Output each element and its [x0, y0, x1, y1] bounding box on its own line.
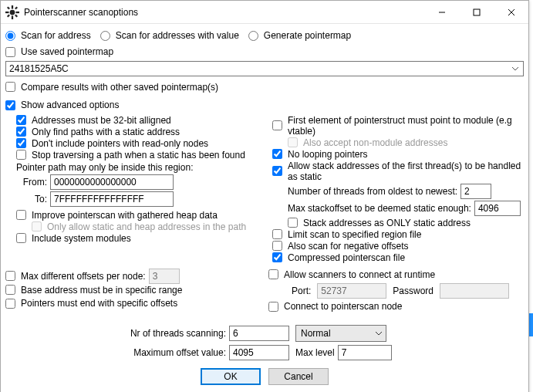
priority-value: Normal	[301, 328, 331, 339]
cb-use-saved-pointermap[interactable]: Use saved pointermap	[5, 46, 113, 57]
svg-rect-10	[474, 9, 480, 15]
radio-label: Generate pointermap	[264, 30, 351, 41]
cb-label: Allow stack addresses of the first threa…	[288, 161, 524, 182]
num-threads-label: Number of threads from oldest to newest:	[288, 186, 457, 197]
cb-label: Also accept non-module addresses	[303, 137, 447, 148]
cb-compressed-file[interactable]: Compressed pointerscan file	[272, 252, 524, 263]
minimize-button[interactable]	[424, 1, 459, 23]
cb-limit-region-file[interactable]: Limit scan to specified region file	[272, 229, 524, 240]
cb-end-specific-offsets[interactable]: Pointers must end with specific offsets	[5, 298, 177, 309]
port-field	[317, 283, 386, 299]
cb-negative-offsets[interactable]: Also scan for negative offsets	[272, 241, 524, 252]
max-diff-offsets-field	[149, 269, 180, 284]
cb-label: Max different offsets per node:	[21, 271, 146, 282]
svg-rect-1	[12, 5, 13, 9]
cb-label: Improve pointerscan with gathered heap d…	[32, 210, 218, 221]
cb-label: Don't include pointers with read-only no…	[32, 138, 208, 149]
app-icon	[5, 5, 19, 19]
cb-label: Show advanced options	[21, 100, 119, 110]
address-combo[interactable]: 24181525A5C	[5, 61, 524, 76]
radio-generate-pointermap[interactable]: Generate pointermap	[248, 30, 351, 41]
cb-label: Include system modules	[32, 233, 131, 244]
cb-improve-heap[interactable]: Improve pointerscan with gathered heap d…	[16, 210, 268, 221]
num-threads-field[interactable]	[460, 184, 491, 199]
svg-point-0	[10, 9, 15, 15]
svg-rect-5	[7, 6, 10, 9]
svg-rect-6	[15, 14, 18, 17]
cb-label: Also scan for negative offsets	[288, 241, 409, 252]
cb-addresses-32bit[interactable]: Addresses must be 32-bit alligned	[16, 115, 268, 126]
btn-label: OK	[224, 371, 237, 382]
svg-rect-7	[15, 6, 18, 9]
cb-label: Pointers must end with specific offsets	[21, 298, 177, 309]
cb-first-element-module[interactable]: First element of pointerstruct must poin…	[272, 115, 524, 137]
port-label: Port:	[292, 286, 311, 296]
cb-label: Allow scanners to connect at runtime	[284, 269, 435, 280]
cb-only-static[interactable]: Only find paths with a static address	[16, 127, 268, 137]
cb-label: Compare results with other saved pointer…	[21, 82, 218, 93]
address-combo-value: 24181525A5C	[9, 63, 69, 74]
window-title: Pointerscanner scanoptions	[24, 7, 424, 18]
maximize-button[interactable]	[459, 1, 494, 23]
max-offset-label: Maximum offset value:	[5, 347, 229, 358]
cb-include-system-modules[interactable]: Include system modules	[16, 233, 268, 244]
svg-rect-4	[16, 11, 20, 12]
cb-label: Stop traversing a path when a static has…	[32, 150, 245, 161]
cb-label: Limit scan to specified region file	[288, 229, 421, 240]
radio-scan-for-addresses-with-value[interactable]: Scan for addresses with value	[100, 30, 239, 41]
cb-label: Only allow static and heap addresses in …	[47, 221, 246, 232]
max-stackoffset-label: Max stackoffset to be deemed static enou…	[288, 203, 471, 214]
from-label: From:	[16, 177, 47, 188]
cb-stack-only-static[interactable]: Stack addresses as ONLY static address	[288, 218, 524, 228]
max-level-field[interactable]	[338, 345, 392, 360]
cb-label: Base address must be in specific range	[21, 285, 182, 296]
close-button[interactable]	[494, 1, 528, 23]
cb-base-in-range[interactable]: Base address must be in specific range	[5, 285, 182, 296]
cb-max-diff-offsets[interactable]: Max different offsets per node:	[5, 271, 146, 282]
priority-dropdown[interactable]: Normal	[295, 325, 386, 342]
cb-label: Only find paths with a static address	[32, 127, 180, 137]
cb-connect-node[interactable]: Connect to pointerscan node	[268, 301, 402, 312]
cb-only-static-heap: Only allow static and heap addresses in …	[32, 221, 268, 232]
password-field	[440, 283, 509, 299]
chevron-down-icon	[375, 326, 383, 341]
max-level-label: Max level	[295, 347, 335, 358]
cb-also-nonmodule: Also accept non-module addresses	[288, 137, 524, 148]
svg-rect-8	[7, 14, 10, 17]
titlebar: Pointerscanner scanoptions	[1, 1, 528, 24]
cb-label: First element of pointerstruct must poin…	[288, 115, 524, 137]
cb-allow-stack[interactable]: Allow stack addresses of the first threa…	[272, 161, 524, 182]
chevron-down-icon	[509, 63, 521, 74]
radio-scan-for-address[interactable]: Scan for address	[5, 30, 91, 41]
to-label: To:	[16, 194, 47, 204]
ok-button[interactable]: OK	[201, 368, 261, 385]
cb-label: Stack addresses as ONLY static address	[303, 218, 471, 228]
cb-no-looping[interactable]: No looping pointers	[272, 149, 524, 160]
svg-rect-3	[5, 11, 9, 12]
max-stackoffset-field[interactable]	[474, 201, 521, 216]
to-field[interactable]	[50, 191, 174, 207]
radio-label: Scan for addresses with value	[116, 30, 239, 41]
cb-stop-on-static[interactable]: Stop traversing a path when a static has…	[16, 150, 268, 161]
cb-label: Compressed pointerscan file	[288, 252, 405, 263]
cb-no-readonly-nodes[interactable]: Don't include pointers with read-only no…	[16, 138, 268, 149]
cb-label: No looping pointers	[288, 149, 367, 160]
cb-label: Connect to pointerscan node	[284, 301, 402, 312]
btn-label: Cancel	[284, 371, 312, 382]
dialog-window: Pointerscanner scanoptions Scan for addr…	[0, 0, 529, 392]
cancel-button[interactable]: Cancel	[268, 368, 329, 385]
from-field[interactable]	[50, 174, 174, 190]
max-offset-field[interactable]	[229, 345, 289, 360]
svg-rect-2	[12, 15, 13, 19]
cb-allow-runtime-scanners[interactable]: Allow scanners to connect at runtime	[268, 269, 435, 280]
radio-label: Scan for address	[21, 30, 91, 41]
region-label: Pointer path may only be inside this reg…	[16, 162, 193, 173]
cb-show-advanced[interactable]: Show advanced options	[5, 100, 119, 110]
password-label: Password	[393, 286, 433, 296]
nr-threads-field[interactable]	[229, 326, 289, 341]
cb-label: Addresses must be 32-bit alligned	[32, 115, 171, 126]
cb-compare-results[interactable]: Compare results with other saved pointer…	[5, 82, 218, 93]
cb-label: Use saved pointermap	[21, 46, 113, 57]
nr-threads-label: Nr of threads scanning:	[5, 328, 229, 339]
